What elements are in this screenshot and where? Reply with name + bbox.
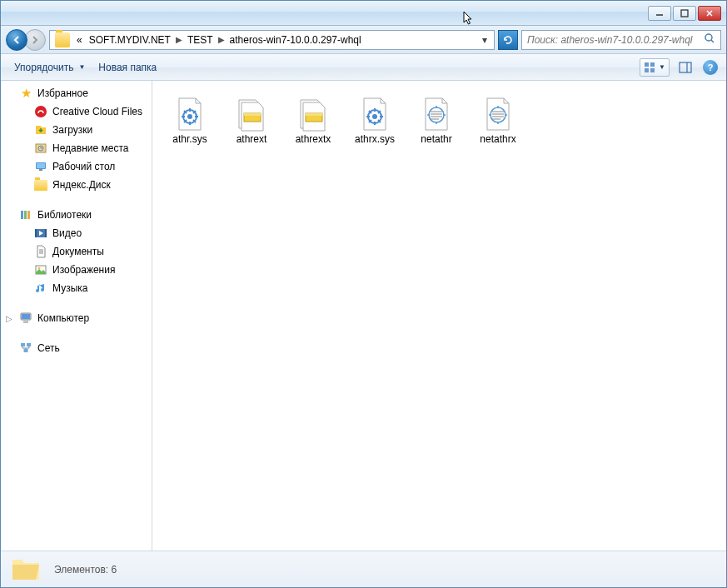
svg-rect-46 bbox=[306, 113, 322, 116]
search-icon[interactable] bbox=[704, 32, 715, 47]
status-bar: Элементов: 6 bbox=[1, 551, 726, 587]
file-item[interactable]: netathr bbox=[406, 92, 467, 149]
svg-rect-25 bbox=[45, 229, 47, 237]
file-icon bbox=[172, 97, 207, 132]
view-button[interactable]: ▼ bbox=[640, 58, 670, 77]
chevron-right-icon[interactable]: ▶ bbox=[174, 35, 184, 44]
help-icon: ? bbox=[703, 60, 718, 75]
svg-point-42 bbox=[187, 114, 192, 119]
svg-rect-20 bbox=[21, 211, 23, 219]
sidebar-item-network[interactable]: Сеть bbox=[1, 339, 152, 357]
documents-icon bbox=[34, 245, 47, 258]
navigation-row: « SOFT.MYDIV.NET ▶ TEST ▶ atheros-win7-1… bbox=[1, 26, 726, 54]
address-bar[interactable]: « SOFT.MYDIV.NET ▶ TEST ▶ atheros-win7-1… bbox=[49, 30, 495, 50]
star-icon: ★ bbox=[19, 87, 32, 100]
file-icon bbox=[234, 97, 269, 132]
toolbar-right: ▼ ? bbox=[640, 58, 720, 77]
videos-icon bbox=[34, 227, 47, 240]
view-icon bbox=[644, 62, 655, 73]
item-label: Музыка bbox=[52, 282, 87, 294]
sidebar-item-documents[interactable]: Документы bbox=[1, 242, 152, 261]
svg-rect-6 bbox=[645, 62, 649, 67]
favorites-group: ★ Избранное Creative Cloud Files Загрузк… bbox=[1, 84, 152, 194]
file-item[interactable]: athr.sys bbox=[159, 92, 221, 149]
music-icon bbox=[34, 282, 47, 295]
search-box[interactable] bbox=[521, 30, 721, 50]
chevron-right-icon[interactable]: ▶ bbox=[217, 35, 227, 44]
back-button[interactable] bbox=[6, 29, 27, 51]
refresh-button[interactable] bbox=[498, 30, 518, 50]
sidebar-item-recent[interactable]: Недавние места bbox=[1, 139, 152, 157]
organize-button[interactable]: Упорядочить▼ bbox=[7, 58, 92, 77]
svg-rect-9 bbox=[650, 68, 655, 72]
chevron-down-icon: ▼ bbox=[78, 63, 85, 71]
item-label: Изображения bbox=[52, 264, 115, 276]
svg-rect-18 bbox=[37, 163, 45, 168]
sidebar-item-yandex-disk[interactable]: Яндекс.Диск bbox=[1, 176, 152, 194]
close-button[interactable] bbox=[698, 6, 721, 21]
favorites-header[interactable]: ★ Избранное bbox=[1, 84, 152, 102]
svg-rect-8 bbox=[645, 68, 649, 72]
sidebar-item-pictures[interactable]: Изображения bbox=[1, 261, 152, 279]
network-icon bbox=[19, 341, 32, 355]
maximize-button[interactable] bbox=[673, 6, 696, 21]
svg-rect-22 bbox=[27, 211, 30, 219]
toolbar: Упорядочить▼ Новая папка ▼ ? bbox=[1, 54, 726, 81]
svg-point-48 bbox=[372, 114, 377, 119]
item-label: Рабочий стол bbox=[52, 161, 115, 172]
preview-pane-button[interactable] bbox=[676, 58, 695, 77]
breadcrumb-item[interactable]: atheros-win7-10.0.0.297-whql bbox=[227, 34, 365, 46]
body: ★ Избранное Creative Cloud Files Загрузк… bbox=[1, 81, 726, 551]
file-name: athr.sys bbox=[172, 133, 207, 145]
yandex-disk-icon bbox=[34, 178, 47, 192]
sidebar-item-creative-cloud[interactable]: Creative Cloud Files bbox=[1, 102, 152, 121]
new-folder-button[interactable]: Новая папка bbox=[92, 58, 163, 77]
address-dropdown[interactable]: ▾ bbox=[477, 34, 492, 46]
navigation-pane[interactable]: ★ Избранное Creative Cloud Files Загрузк… bbox=[1, 81, 152, 551]
file-item[interactable]: athrext bbox=[221, 92, 282, 149]
svg-rect-19 bbox=[39, 169, 42, 171]
file-item[interactable]: athrextx bbox=[282, 92, 344, 149]
libraries-header[interactable]: Библиотеки bbox=[1, 206, 152, 224]
file-icon bbox=[357, 97, 392, 132]
organize-label: Упорядочить bbox=[14, 62, 73, 73]
file-item[interactable]: athrx.sys bbox=[344, 92, 406, 149]
file-icon bbox=[419, 97, 454, 132]
svg-rect-32 bbox=[22, 314, 30, 319]
libraries-group: Библиотеки Видео Документы Изображения М… bbox=[1, 206, 152, 297]
minimize-button[interactable] bbox=[648, 6, 671, 21]
svg-rect-7 bbox=[650, 62, 655, 67]
sidebar-item-videos[interactable]: Видео bbox=[1, 224, 152, 242]
sidebar-item-computer[interactable]: ▷ Компьютер bbox=[1, 309, 152, 327]
computer-label: Компьютер bbox=[37, 312, 89, 324]
svg-rect-44 bbox=[244, 113, 261, 116]
svg-rect-10 bbox=[680, 62, 691, 72]
search-input[interactable] bbox=[527, 34, 700, 46]
chevron-down-icon: ▼ bbox=[659, 63, 665, 71]
sidebar-item-downloads[interactable]: Загрузки bbox=[1, 121, 152, 139]
file-list-pane[interactable]: athr.sysathrextathrextxathrx.sysnetathrn… bbox=[152, 81, 726, 551]
folder-large-icon bbox=[11, 556, 41, 583]
file-icon bbox=[481, 97, 515, 132]
titlebar bbox=[1, 1, 726, 26]
file-name: netathrx bbox=[480, 133, 515, 145]
breadcrumb-item[interactable]: TEST bbox=[184, 34, 217, 46]
help-button[interactable]: ? bbox=[701, 58, 720, 77]
svg-rect-24 bbox=[35, 229, 37, 237]
new-folder-label: Новая папка bbox=[98, 62, 157, 73]
libraries-label: Библиотеки bbox=[37, 209, 92, 221]
sidebar-item-desktop[interactable]: Рабочий стол bbox=[1, 157, 152, 176]
svg-rect-34 bbox=[21, 343, 25, 346]
file-item[interactable]: netathrx bbox=[467, 92, 529, 149]
creative-cloud-icon bbox=[34, 105, 47, 118]
breadcrumb-prefix[interactable]: « bbox=[73, 34, 86, 46]
file-name: athrx.sys bbox=[355, 133, 395, 145]
breadcrumb-item[interactable]: SOFT.MYDIV.NET bbox=[86, 34, 174, 46]
sidebar-item-music[interactable]: Музыка bbox=[1, 279, 152, 297]
network-label: Сеть bbox=[37, 342, 60, 354]
desktop-icon bbox=[34, 160, 47, 173]
folder-icon bbox=[55, 32, 70, 47]
expand-icon[interactable]: ▷ bbox=[6, 314, 12, 323]
item-label: Creative Cloud Files bbox=[52, 106, 142, 117]
svg-line-5 bbox=[711, 40, 714, 42]
